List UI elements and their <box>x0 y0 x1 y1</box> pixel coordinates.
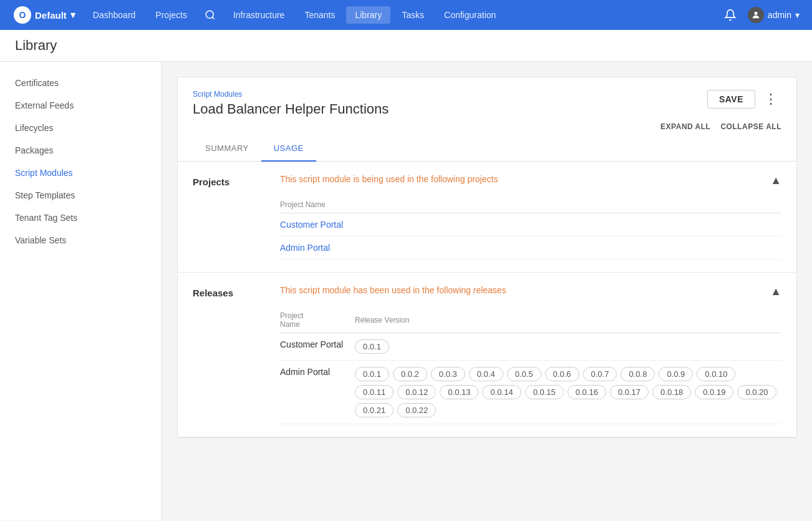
version-badge[interactable]: 0.0.18 <box>652 385 691 399</box>
projects-section: Projects This script module is being use… <box>178 162 796 273</box>
version-badge[interactable]: 0.0.17 <box>610 385 649 399</box>
projects-label: Projects <box>178 162 265 272</box>
table-row: Customer Portal 0.0.1 <box>280 333 781 361</box>
nav-dashboard[interactable]: Dashboard <box>84 6 145 24</box>
page-header: Library <box>0 30 812 62</box>
projects-description: This script module is being used in the … <box>280 174 498 184</box>
releases-header-row: This script module has been used in the … <box>280 285 781 305</box>
expand-collapse-row: EXPAND ALL COLLAPSE ALL <box>178 117 796 131</box>
version-badge[interactable]: 0.0.21 <box>355 403 394 417</box>
default-label: Default <box>35 10 67 21</box>
user-chevron-icon: ▾ <box>795 10 800 20</box>
customer-portal-versions: 0.0.1 <box>355 339 776 354</box>
release-project-admin-portal: Admin Portal <box>280 361 355 424</box>
notification-button[interactable] <box>720 5 740 25</box>
content-card: Script Modules Load Balancer Helper Func… <box>177 77 797 438</box>
card-title: Load Balancer Helper Functions <box>193 101 389 117</box>
version-badge[interactable]: 0.0.3 <box>431 367 465 381</box>
projects-content: This script module is being used in the … <box>265 162 796 272</box>
user-menu[interactable]: admin ▾ <box>743 3 805 27</box>
page-title: Library <box>15 37 797 54</box>
version-badge[interactable]: 0.0.5 <box>507 367 541 381</box>
svg-line-1 <box>212 17 214 19</box>
sidebar: Certificates External Feeds Lifecycles P… <box>0 62 162 520</box>
chevron-down-icon: ▾ <box>70 9 75 21</box>
main-content: Script Modules Load Balancer Helper Func… <box>162 62 812 520</box>
logo-icon: O <box>14 6 31 24</box>
svg-point-0 <box>206 11 213 18</box>
version-badge[interactable]: 0.0.22 <box>397 403 436 417</box>
version-badge[interactable]: 0.0.15 <box>525 385 564 399</box>
top-navigation: O Default ▾ Dashboard Projects Infrastru… <box>0 0 812 30</box>
nav-tasks[interactable]: Tasks <box>393 6 433 24</box>
version-badge[interactable]: 0.0.9 <box>659 367 693 381</box>
breadcrumb[interactable]: Script Modules <box>193 90 389 99</box>
releases-section: Releases This script module has been use… <box>178 273 796 437</box>
usage-section: Projects This script module is being use… <box>178 162 796 437</box>
nav-infrastructure[interactable]: Infrastructure <box>225 6 293 24</box>
version-badge[interactable]: 0.0.8 <box>621 367 655 381</box>
save-button[interactable]: SAVE <box>707 90 755 109</box>
card-header: Script Modules Load Balancer Helper Func… <box>178 77 796 117</box>
version-badge[interactable]: 0.0.7 <box>583 367 617 381</box>
sidebar-item-script-modules[interactable]: Script Modules <box>0 162 162 184</box>
version-badge[interactable]: 0.0.2 <box>393 367 427 381</box>
version-badge[interactable]: 0.0.1 <box>355 367 389 381</box>
project-link-customer-portal[interactable]: Customer Portal <box>280 220 343 230</box>
version-badge[interactable]: 0.0.4 <box>469 367 503 381</box>
svg-point-2 <box>754 12 757 15</box>
more-options-button[interactable]: ⋮ <box>760 92 781 106</box>
releases-content: This script module has been used in the … <box>265 273 796 437</box>
table-row: Admin Portal <box>280 236 781 260</box>
nav-projects[interactable]: Projects <box>147 6 196 24</box>
project-name-header: Project Name <box>280 197 781 213</box>
table-row: Admin Portal 0.0.10.0.20.0.30.0.40.0.50.… <box>280 361 781 424</box>
sidebar-item-step-templates[interactable]: Step Templates <box>0 184 162 207</box>
admin-portal-versions: 0.0.10.0.20.0.30.0.40.0.50.0.60.0.70.0.8… <box>355 367 776 417</box>
logo-button[interactable]: O Default ▾ <box>7 2 82 27</box>
expand-all-button[interactable]: EXPAND ALL <box>660 122 710 131</box>
header-actions: SAVE ⋮ <box>707 90 781 109</box>
projects-collapse-button[interactable]: ▲ <box>770 174 781 187</box>
version-badge[interactable]: 0.0.20 <box>737 385 776 399</box>
release-version-header: Release Version <box>355 308 781 333</box>
version-badge[interactable]: 0.0.10 <box>697 367 735 381</box>
project-link-admin-portal[interactable]: Admin Portal <box>280 243 330 253</box>
table-row: Customer Portal <box>280 213 781 236</box>
sidebar-item-variable-sets[interactable]: Variable Sets <box>0 229 162 251</box>
version-badge[interactable]: 0.0.14 <box>482 385 521 399</box>
sidebar-item-external-feeds[interactable]: External Feeds <box>0 94 162 117</box>
user-label: admin <box>768 10 791 20</box>
version-badge[interactable]: 0.0.12 <box>397 385 436 399</box>
sidebar-item-certificates[interactable]: Certificates <box>0 72 162 94</box>
version-badge[interactable]: 0.0.6 <box>545 367 579 381</box>
version-badge[interactable]: 0.0.1 <box>355 339 389 354</box>
version-badge[interactable]: 0.0.16 <box>568 385 606 399</box>
releases-table: ProjectName Release Version Customer Por… <box>280 308 781 424</box>
nav-library[interactable]: Library <box>346 6 390 24</box>
releases-description: This script module has been used in the … <box>280 285 506 295</box>
projects-header-row: This script module is being used in the … <box>280 174 781 194</box>
tab-usage[interactable]: USAGE <box>261 136 316 162</box>
nav-configuration[interactable]: Configuration <box>435 6 505 24</box>
version-badge[interactable]: 0.0.11 <box>355 385 394 399</box>
nav-tenants[interactable]: Tenants <box>296 6 344 24</box>
sidebar-item-tenant-tag-sets[interactable]: Tenant Tag Sets <box>0 207 162 229</box>
main-layout: Certificates External Feeds Lifecycles P… <box>0 62 812 520</box>
sidebar-item-packages[interactable]: Packages <box>0 139 162 162</box>
version-badge[interactable]: 0.0.13 <box>440 385 478 399</box>
tab-summary[interactable]: SUMMARY <box>193 136 261 162</box>
tabs: SUMMARY USAGE <box>178 136 796 162</box>
collapse-all-button[interactable]: COLLAPSE ALL <box>720 122 781 131</box>
sidebar-item-lifecycles[interactable]: Lifecycles <box>0 117 162 139</box>
avatar <box>748 7 764 23</box>
version-badge[interactable]: 0.0.19 <box>695 385 733 399</box>
releases-label: Releases <box>178 273 265 437</box>
release-project-header: ProjectName <box>280 308 355 333</box>
releases-collapse-button[interactable]: ▲ <box>770 285 781 298</box>
projects-table: Project Name Customer Portal Admin Porta… <box>280 197 781 260</box>
nav-search[interactable] <box>198 6 222 24</box>
release-project-customer-portal: Customer Portal <box>280 333 355 361</box>
